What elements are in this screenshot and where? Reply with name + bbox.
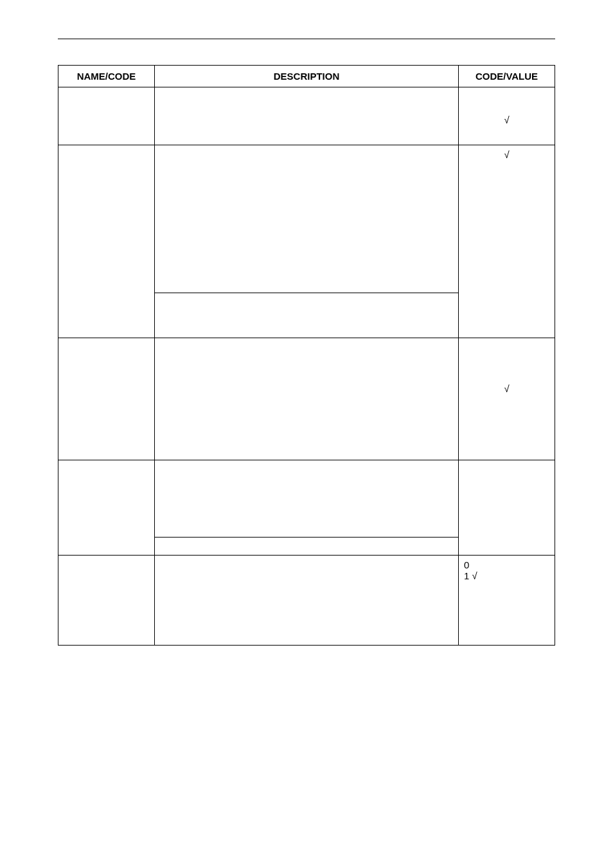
table-row: √	[58, 145, 555, 293]
cell-code-value: √	[459, 338, 555, 460]
table-body: √√√01 √	[58, 87, 555, 646]
table-row	[58, 460, 555, 538]
header-code-value: CODE/VALUE	[459, 66, 555, 87]
spec-table: NAME/CODE DESCRIPTION CODE/VALUE √√√01 √	[58, 65, 555, 646]
cell-name	[58, 556, 155, 646]
table-row: √	[58, 338, 555, 460]
table-header-row: NAME/CODE DESCRIPTION CODE/VALUE	[58, 66, 555, 87]
cell-description	[155, 338, 459, 460]
cell-code-value: 01 √	[459, 556, 555, 646]
cell-name	[58, 145, 155, 338]
cell-name	[58, 87, 155, 145]
cell-description	[155, 556, 459, 646]
cell-name	[58, 460, 155, 556]
table-row: √	[58, 87, 555, 145]
header-name: NAME/CODE	[58, 66, 155, 87]
cell-description	[155, 538, 459, 556]
cell-description	[155, 460, 459, 538]
cell-name	[58, 338, 155, 460]
table-row: 01 √	[58, 556, 555, 646]
cell-code-value: √	[459, 145, 555, 338]
cell-description	[155, 145, 459, 293]
cell-description	[155, 293, 459, 338]
cell-code-value	[459, 460, 555, 556]
cell-code-value: √	[459, 87, 555, 145]
cell-description	[155, 87, 459, 145]
header-rule	[58, 39, 555, 39]
header-description: DESCRIPTION	[155, 66, 459, 87]
